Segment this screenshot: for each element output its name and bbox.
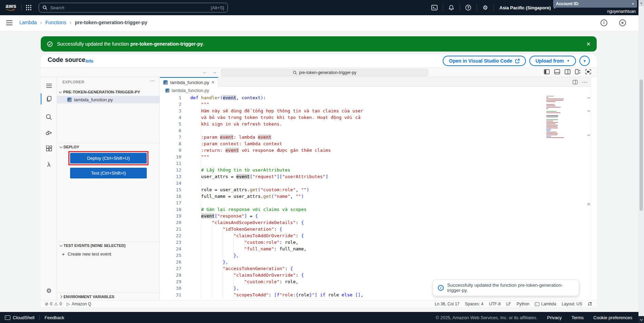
extensions-icon[interactable] bbox=[41, 142, 57, 155]
cloudshell-button[interactable]: › CloudShell bbox=[5, 315, 35, 320]
menu-icon[interactable] bbox=[6, 20, 12, 25]
language-mode[interactable]: Python bbox=[517, 302, 529, 306]
page-scrollbar[interactable]: ▲ bbox=[638, 0, 644, 323]
back-icon[interactable]: ← bbox=[202, 69, 208, 75]
scrollbar-thumb[interactable] bbox=[640, 80, 643, 211]
code-line[interactable]: 5 khi sign in và refresh tokens. bbox=[160, 121, 591, 127]
close-icon[interactable]: × bbox=[586, 40, 590, 47]
forward-icon[interactable]: → bbox=[212, 69, 217, 75]
cursor-position[interactable]: Ln 36, Col 17 bbox=[435, 302, 459, 306]
customize-layout-icon[interactable] bbox=[575, 69, 581, 74]
file-search-bar[interactable]: pre-token-generation-trigger-py bbox=[221, 69, 428, 76]
code-line[interactable]: 22 "claimsToAddOrOverride": { bbox=[160, 232, 591, 239]
code-area[interactable]: 1def handler(event, context):2 """3 Hàm … bbox=[160, 94, 591, 300]
code-line[interactable]: 9 :return: event với response được gán t… bbox=[160, 147, 591, 154]
info-icon[interactable]: i bbox=[600, 19, 607, 26]
code-line[interactable]: 7 :param event: lambda event bbox=[160, 134, 591, 140]
cloudshell-terminal-icon[interactable] bbox=[426, 0, 443, 15]
deploy-section-header[interactable]: DEPLOY bbox=[60, 145, 79, 149]
scroll-down-arrow[interactable] bbox=[638, 316, 644, 323]
code-line[interactable]: 11 bbox=[160, 160, 591, 167]
toggle-sidebar-icon[interactable] bbox=[544, 69, 550, 74]
code-line[interactable]: 3 Hàm này sẽ dùng để tổng hợp thông tin … bbox=[160, 108, 591, 114]
tree-root-folder[interactable]: PRE-TOKEN-GENERATION-TRIGGER-PY bbox=[59, 88, 158, 96]
sidebar-menu-icon[interactable] bbox=[41, 79, 57, 92]
code-line[interactable]: 4 và bỏ vào trong token trước khi tạo to… bbox=[160, 114, 591, 121]
code-line[interactable]: 1def handler(event, context): bbox=[160, 94, 591, 101]
code-line[interactable]: 19 event["response"] = { bbox=[160, 213, 591, 219]
settings-gear-icon[interactable]: ⚙ bbox=[41, 284, 57, 297]
code-line[interactable]: 21 "idTokenGeneration": { bbox=[160, 226, 591, 232]
split-editor-icon[interactable] bbox=[573, 80, 578, 84]
region-selector[interactable]: Asia Pacific (Singapore) ▼ bbox=[494, 5, 562, 10]
feedback-link[interactable]: Feedback bbox=[45, 315, 64, 320]
lambda-status[interactable]: › Lambda bbox=[535, 302, 556, 306]
code-line[interactable]: 6 bbox=[160, 127, 591, 134]
scroll-up-arrow[interactable]: ▲ bbox=[638, 0, 644, 6]
account-id-box[interactable]: Account ID: ▼ bbox=[553, 0, 637, 8]
cookie-preferences-link[interactable]: Cookie preferences bbox=[593, 315, 632, 320]
code-line[interactable]: 24 "full_name": full_name, bbox=[160, 246, 591, 252]
tab-lambda-function[interactable]: lambda_function.py × bbox=[160, 77, 218, 87]
code-line[interactable]: 28 "claimsToAddOrOverride": { bbox=[160, 272, 591, 278]
breadcrumb-functions[interactable]: Functions bbox=[45, 20, 66, 25]
explorer-more-icon[interactable]: ⋯ bbox=[150, 78, 155, 83]
amazon-q-status[interactable]: ▷ Amazon Q bbox=[67, 302, 91, 306]
create-test-event-button[interactable]: + Create new test event bbox=[62, 251, 111, 257]
search-input[interactable] bbox=[50, 5, 208, 10]
code-line[interactable]: 18 # Gán lại response với claims và scop… bbox=[160, 206, 591, 213]
settings-gear-icon[interactable]: ⚙ bbox=[477, 0, 493, 15]
privacy-link[interactable]: Privacy bbox=[547, 315, 562, 320]
fullscreen-icon[interactable] bbox=[585, 69, 591, 74]
aws-lambda-icon[interactable]: λ bbox=[41, 158, 57, 171]
encoding-status[interactable]: UTF-8 bbox=[489, 302, 501, 306]
indentation-status[interactable]: Spaces: 4 bbox=[465, 302, 483, 306]
explorer-files-icon[interactable] bbox=[41, 92, 57, 105]
deploy-button[interactable]: Deploy (Ctrl+Shift+U) bbox=[70, 153, 147, 164]
announcements-icon[interactable] bbox=[619, 19, 626, 26]
tab-more-icon[interactable]: ⋯ bbox=[582, 79, 587, 85]
split-editor-icon[interactable] bbox=[565, 69, 570, 74]
code-line[interactable]: 12 # Lấy thông tin từ userAttributes bbox=[160, 167, 591, 173]
code-line[interactable]: 13 user_attrs = event["request"]["userAt… bbox=[160, 173, 591, 180]
toggle-panel-icon[interactable] bbox=[554, 69, 560, 74]
apps-grid-icon[interactable] bbox=[26, 4, 32, 11]
global-search[interactable]: [Alt+S] bbox=[39, 3, 228, 12]
code-line[interactable]: 14 bbox=[160, 180, 591, 186]
info-link[interactable]: Info bbox=[86, 59, 93, 64]
run-debug-icon[interactable] bbox=[41, 126, 57, 139]
aws-logo[interactable]: aws bbox=[6, 3, 17, 11]
notifications-bell-icon[interactable] bbox=[443, 0, 460, 15]
layout-status[interactable]: Layout: US bbox=[562, 302, 582, 306]
code-line[interactable]: 23 "custom:role": role, bbox=[160, 239, 591, 246]
open-in-vscode-button[interactable]: Open in Visual Studio Code bbox=[443, 56, 526, 66]
test-button[interactable]: Test (Ctrl+Shift+I) bbox=[70, 168, 147, 178]
upload-from-button[interactable]: Upload from ▼ bbox=[529, 56, 576, 66]
code-text: role = user_attrs.get("custom:role", "") bbox=[190, 186, 309, 193]
code-line[interactable]: 27 "accessTokenGeneration": { bbox=[160, 265, 591, 272]
eol-status[interactable]: LF bbox=[506, 302, 511, 306]
code-line[interactable]: 15 role = user_attrs.get("custom:role", … bbox=[160, 186, 591, 193]
code-line[interactable]: 16 full_name = user_attrs.get("name", ""… bbox=[160, 193, 591, 200]
code-line[interactable]: 8 :param context: lambda context bbox=[160, 140, 591, 147]
test-events-section-header[interactable]: TEST EVENTS [NONE SELECTED] bbox=[60, 243, 125, 248]
code-line[interactable]: 26 }, bbox=[160, 259, 591, 265]
search-icon[interactable] bbox=[41, 110, 57, 123]
help-icon[interactable]: ? bbox=[460, 0, 477, 15]
minimap[interactable] bbox=[546, 96, 586, 139]
more-actions-button[interactable]: ▼ bbox=[579, 56, 590, 66]
code-line[interactable]: 17 bbox=[160, 200, 591, 206]
code-line[interactable]: 10 """ bbox=[160, 154, 591, 160]
editor-breadcrumb[interactable]: lambda_function.py bbox=[160, 87, 591, 94]
notifications-bell-icon[interactable] bbox=[588, 302, 592, 306]
environment-variables-section-header[interactable]: ENVIRONMENT VARIABLES bbox=[60, 295, 114, 299]
tree-file-lambda-function[interactable]: lambda_function.py bbox=[57, 96, 160, 103]
code-line[interactable]: 2 """ bbox=[160, 101, 591, 108]
close-tab-icon[interactable]: × bbox=[212, 80, 214, 85]
code-line[interactable]: 20 "claimsAndScopeOverrideDetails": { bbox=[160, 219, 591, 226]
code-line[interactable]: 25 }, bbox=[160, 252, 591, 259]
problems-indicator[interactable]: ⊘ 0 ⚠ 0 bbox=[45, 302, 62, 306]
breadcrumb-lambda[interactable]: Lambda bbox=[19, 20, 37, 25]
copyright-text: © 2025, Amazon Web Services, Inc. or its… bbox=[436, 315, 538, 320]
terms-link[interactable]: Terms bbox=[571, 315, 584, 320]
